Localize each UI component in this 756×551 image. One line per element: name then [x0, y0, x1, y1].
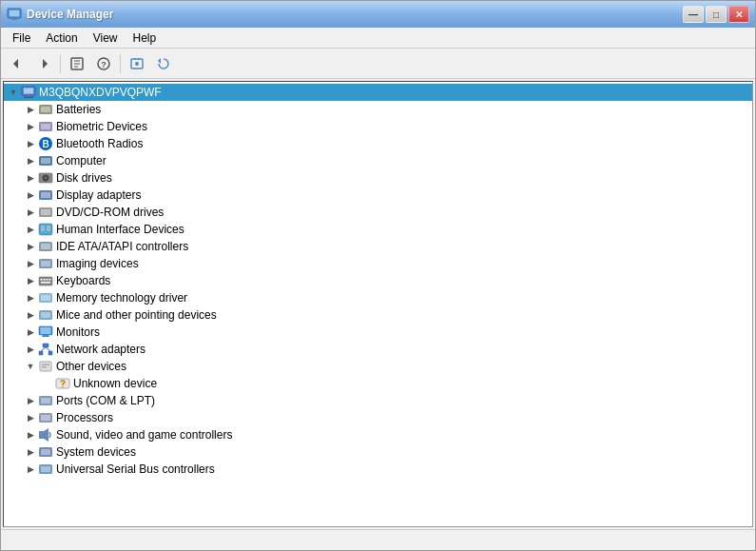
tree-item[interactable]: ▶ Memory technology driver [4, 289, 752, 306]
tree-item[interactable]: ▶ Human Interface Devices [4, 221, 752, 238]
device-icon [38, 222, 53, 237]
help-button[interactable]: ? [91, 52, 116, 75]
expand-icon[interactable]: ▶ [23, 427, 38, 443]
menu-view[interactable]: View [86, 30, 126, 47]
tree-item[interactable]: ▶ Imaging devices [4, 255, 752, 272]
svg-rect-2 [11, 18, 17, 20]
menu-action[interactable]: Action [38, 30, 85, 47]
tree-item[interactable]: ▶ DVD/CD-ROM drives [4, 204, 752, 221]
svg-rect-17 [24, 89, 33, 94]
device-icon [38, 119, 53, 134]
toolbar-separator-1 [60, 54, 61, 73]
svg-rect-37 [47, 226, 50, 231]
expand-icon[interactable]: ▶ [23, 136, 38, 151]
update-button[interactable] [151, 52, 176, 75]
expand-icon[interactable]: ▶ [23, 187, 38, 203]
expand-icon[interactable]: ▶ [23, 205, 38, 220]
svg-rect-41 [41, 261, 50, 266]
tree-view-container[interactable]: ▼ M3QBQNXDVPVQPWF ▶ Batteries▶ Biometric… [3, 81, 753, 527]
device-label: Imaging devices [56, 257, 139, 270]
device-label: DVD/CD-ROM drives [56, 206, 164, 219]
maximize-button[interactable]: □ [706, 6, 727, 23]
svg-marker-3 [13, 59, 18, 69]
expand-icon[interactable]: ▶ [23, 170, 38, 186]
tree-item[interactable]: ▶ Mice and other pointing devices [4, 306, 752, 324]
root-expand[interactable]: ▼ [6, 85, 21, 100]
svg-rect-32 [41, 192, 50, 198]
device-icon [38, 273, 53, 288]
tree-item[interactable]: ▶ Monitors [4, 324, 752, 341]
expand-icon[interactable]: ▶ [23, 342, 38, 357]
tree-item[interactable]: ▶ Processors [4, 409, 752, 426]
device-icon [38, 427, 53, 443]
tree-item[interactable]: ▶ B Bluetooth Radios [4, 135, 752, 152]
expand-icon[interactable]: ▶ [23, 273, 38, 288]
svg-text:?: ? [101, 60, 107, 69]
device-label: Ports (COM & LPT) [56, 394, 155, 407]
properties-icon [69, 56, 85, 71]
back-icon [10, 56, 25, 71]
expand-icon[interactable]: ▶ [23, 325, 38, 340]
expand-icon[interactable]: ▶ [23, 290, 38, 305]
tree-item[interactable]: ▶ Display adapters [4, 187, 752, 204]
tree-item[interactable]: ▶ System devices [4, 443, 752, 461]
svg-rect-39 [41, 244, 50, 249]
device-icon [38, 102, 53, 117]
tree-item[interactable]: ▶ Network adapters [4, 341, 752, 358]
svg-rect-67 [41, 398, 50, 403]
svg-rect-58 [48, 351, 52, 355]
svg-rect-49 [41, 295, 50, 301]
expand-icon[interactable]: ▼ [23, 359, 38, 374]
properties-button[interactable] [65, 52, 89, 75]
svg-line-60 [46, 347, 50, 351]
menu-file[interactable]: File [5, 30, 38, 47]
svg-rect-46 [49, 279, 51, 281]
update-icon [156, 56, 171, 71]
expand-icon[interactable]: ▶ [23, 410, 38, 425]
expand-icon[interactable]: ▶ [23, 393, 38, 408]
expand-icon[interactable]: ▶ [23, 102, 38, 117]
expand-icon[interactable]: ▶ [23, 462, 38, 477]
scan-button[interactable] [125, 52, 149, 75]
expand-icon[interactable]: ▶ [23, 444, 38, 460]
expand-icon[interactable]: ▶ [23, 222, 38, 237]
device-icon [38, 307, 53, 323]
device-label: Bluetooth Radios [56, 137, 143, 150]
device-icon [38, 239, 53, 254]
expand-icon[interactable]: ▶ [23, 307, 38, 323]
close-button[interactable]: ✕ [728, 6, 749, 23]
tree-item[interactable]: Unknown device [4, 375, 752, 392]
expand-icon[interactable]: ▶ [23, 153, 38, 168]
tree-item[interactable]: ▶ Sound, video and game controllers [4, 426, 752, 443]
expand-icon[interactable]: ▶ [23, 239, 38, 254]
tree-root[interactable]: ▼ M3QBQNXDVPVQPWF [4, 84, 752, 101]
device-label: Disk drives [56, 171, 112, 185]
svg-rect-34 [41, 209, 50, 215]
expand-icon[interactable]: ▶ [23, 256, 38, 271]
svg-marker-4 [43, 59, 48, 69]
back-button[interactable] [5, 52, 29, 75]
svg-point-12 [135, 62, 139, 66]
minimize-button[interactable]: — [683, 6, 704, 23]
svg-rect-73 [41, 449, 50, 455]
device-icon [55, 376, 70, 391]
menu-help[interactable]: Help [126, 30, 165, 47]
device-icon: B [38, 136, 53, 151]
tree-item[interactable]: ▶ Universal Serial Bus controllers [4, 461, 752, 478]
forward-button[interactable] [31, 52, 56, 75]
tree-item[interactable]: ▶ Batteries [4, 101, 752, 118]
svg-rect-44 [44, 279, 46, 281]
tree-item[interactable]: ▶ IDE ATA/ATAPI controllers [4, 238, 752, 255]
device-icon [38, 170, 53, 186]
svg-rect-51 [41, 312, 50, 318]
expand-icon[interactable]: ▶ [23, 119, 38, 134]
tree-item[interactable]: ▶ Ports (COM & LPT) [4, 392, 752, 409]
tree-item[interactable]: ▶ Keyboards [4, 272, 752, 289]
tree-item[interactable]: ▶ Biometric Devices [4, 118, 752, 135]
svg-rect-1 [10, 10, 19, 16]
tree-item[interactable]: ▶ Disk drives [4, 169, 752, 187]
tree-item[interactable]: ▼ Other devices [4, 358, 752, 375]
toolbar: ? [1, 49, 755, 79]
tree-item[interactable]: ▶ Computer [4, 152, 752, 169]
svg-rect-69 [41, 415, 50, 421]
